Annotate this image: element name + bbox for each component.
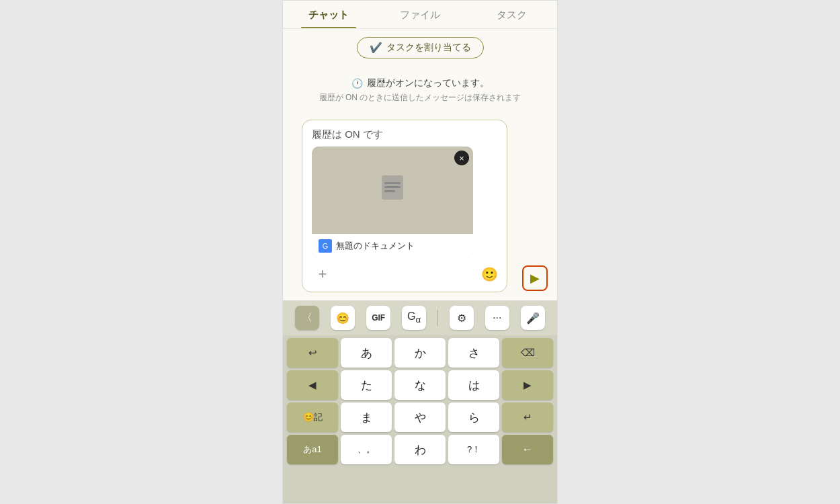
key-enter[interactable]: ←: [502, 435, 553, 464]
assign-task-area: ✔️ タスクを割り当てる: [283, 29, 557, 65]
emoji-button[interactable]: 🙂: [478, 263, 500, 285]
keyboard-more-button[interactable]: ···: [485, 306, 509, 330]
document-icon: [378, 173, 407, 208]
history-notice-subtitle: 履歴が ON のときに送信したメッセージは保存されます: [319, 92, 521, 103]
key-ra[interactable]: ら: [448, 403, 499, 432]
keyboard-gif-button[interactable]: GIF: [366, 306, 390, 330]
keyboard-translate-button[interactable]: Gα: [402, 306, 426, 330]
phone-frame: チャット ファイル タスク ✔️ タスクを割り当てる 🕐 履歴がオンになっていま…: [282, 0, 558, 504]
key-ta[interactable]: た: [341, 370, 392, 400]
key-punctuation[interactable]: 、。: [341, 435, 392, 464]
key-emoji-ki[interactable]: 😊記: [287, 403, 338, 432]
tab-chat[interactable]: チャット: [283, 9, 374, 28]
task-assign-icon: ✔️: [370, 42, 382, 54]
key-a[interactable]: あ: [341, 338, 392, 368]
key-ha[interactable]: は: [448, 370, 499, 400]
key-sa[interactable]: さ: [448, 338, 499, 368]
key-newline[interactable]: ↵: [502, 403, 553, 432]
history-clock-icon: 🕐: [351, 78, 363, 89]
key-wa[interactable]: わ: [394, 435, 446, 464]
key-undo[interactable]: ↩: [287, 338, 338, 368]
send-button[interactable]: ▶: [522, 265, 548, 291]
keyboard-row-4: あa1 、。 わ ?！ ←: [287, 435, 553, 464]
tab-tasks[interactable]: タスク: [466, 9, 557, 28]
message-input-area[interactable]: 履歴は ON です × G: [302, 120, 507, 292]
key-backspace[interactable]: ⌫: [502, 338, 553, 368]
key-na[interactable]: な: [394, 370, 446, 400]
keyboard-grid: ↩ あ か さ ⌫ ◀ た な は ▶ 😊記 ま や ら ↵ あa1 、。 わ …: [283, 335, 557, 503]
attachment-close-button[interactable]: ×: [454, 151, 469, 165]
attachment-thumbnail: [312, 146, 473, 234]
attachment-preview: × G 無題のドキュメント: [312, 146, 473, 258]
svg-rect-2: [384, 186, 401, 188]
translate-icon: Gα: [407, 310, 421, 325]
add-attachment-button[interactable]: +: [312, 263, 333, 285]
svg-rect-3: [384, 190, 395, 192]
tab-files[interactable]: ファイル: [374, 9, 466, 28]
send-arrow-icon: ▶: [530, 271, 540, 286]
key-ma[interactable]: ま: [341, 403, 392, 432]
assign-task-button[interactable]: ✔️ タスクを割り当てる: [357, 37, 484, 58]
keyboard-mic-button[interactable]: 🎤: [521, 306, 545, 330]
gdoc-icon: G: [319, 239, 332, 253]
svg-rect-1: [384, 182, 401, 184]
message-input-placeholder[interactable]: 履歴は ON です: [312, 128, 500, 141]
keyboard-emoji-button[interactable]: 😊: [331, 306, 355, 330]
tabs-bar: チャット ファイル タスク: [283, 1, 557, 29]
keyboard-toolbar: 〈 😊 GIF Gα ⚙ ··· 🎤: [283, 300, 557, 335]
keyboard-row-2: ◀ た な は ▶: [287, 370, 553, 400]
keyboard-row-3: 😊記 ま や ら ↵: [287, 403, 553, 432]
key-ka[interactable]: か: [394, 338, 446, 368]
key-right[interactable]: ▶: [502, 370, 553, 400]
key-mode-switch[interactable]: あa1: [287, 435, 338, 464]
keyboard-settings-button[interactable]: ⚙: [450, 306, 474, 330]
key-ya[interactable]: や: [394, 403, 446, 432]
key-left[interactable]: ◀: [287, 370, 338, 400]
history-notice-area: 🕐 履歴がオンになっています。 履歴が ON のときに送信したメッセージは保存さ…: [283, 65, 557, 110]
key-symbols[interactable]: ?！: [448, 435, 499, 464]
keyboard-divider: [437, 310, 438, 326]
history-notice-title: 🕐 履歴がオンになっています。: [351, 77, 489, 89]
keyboard-row-1: ↩ あ か さ ⌫: [287, 338, 553, 368]
keyboard-back-button[interactable]: 〈: [295, 306, 319, 330]
attachment-filename-row: G 無題のドキュメント: [312, 234, 473, 258]
